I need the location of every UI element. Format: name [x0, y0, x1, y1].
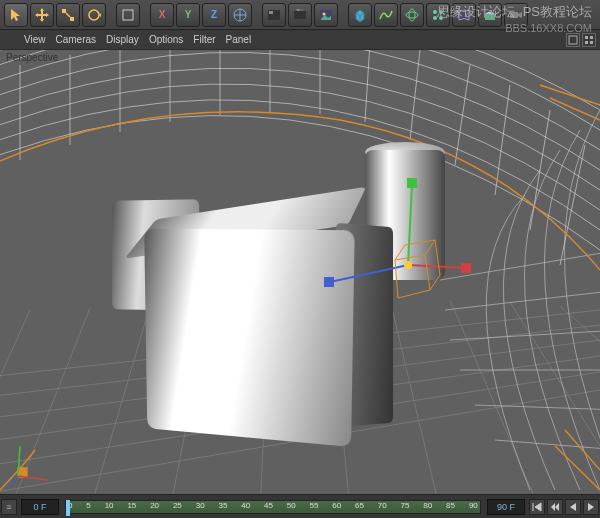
step-back-button[interactable] [547, 499, 563, 515]
svg-rect-6 [269, 11, 273, 14]
svg-rect-3 [123, 10, 133, 20]
world-axis-icon [6, 438, 56, 488]
timeline-menu-icon[interactable]: ≡ [1, 499, 17, 515]
rotate-tool[interactable] [82, 3, 106, 27]
svg-point-32 [404, 261, 412, 269]
coord-system[interactable] [228, 3, 252, 27]
menu-filter[interactable]: Filter [193, 34, 215, 45]
timeline-ticks: 05 1015 2025 3035 4045 5055 6065 7075 80… [66, 501, 480, 513]
svg-rect-7 [294, 11, 306, 19]
menu-display[interactable]: Display [106, 34, 139, 45]
watermark: 思缘设计论坛 PS教程论坛 BBS.16XX8.COM [437, 4, 592, 35]
timeline-start-frame[interactable]: 0 F [21, 499, 59, 515]
svg-rect-30 [407, 178, 417, 188]
svg-rect-29 [461, 263, 471, 273]
menu-options[interactable]: Options [149, 34, 183, 45]
svg-rect-21 [585, 36, 588, 39]
timeline-track[interactable]: 05 1015 2025 3035 4045 5055 6065 7075 80… [65, 500, 481, 514]
svg-point-13 [409, 9, 415, 21]
play-back-button[interactable] [565, 499, 581, 515]
axis-z[interactable]: Z [202, 3, 226, 27]
svg-point-2 [89, 10, 99, 20]
picture-viewer[interactable] [314, 3, 338, 27]
timeline-end-frame[interactable]: 90 F [487, 499, 525, 515]
svg-line-26 [408, 265, 465, 268]
play-forward-button[interactable] [583, 499, 599, 515]
transform-gizmo[interactable] [0, 50, 600, 494]
last-tool[interactable] [116, 3, 140, 27]
move-tool[interactable] [30, 3, 54, 27]
add-spline[interactable] [374, 3, 398, 27]
svg-rect-0 [62, 9, 66, 13]
scale-tool[interactable] [56, 3, 80, 27]
axis-x[interactable]: X [150, 3, 174, 27]
svg-rect-20 [569, 36, 577, 44]
render-view[interactable] [288, 3, 312, 27]
goto-start-button[interactable] [529, 499, 545, 515]
viewport-label: Perspective [6, 52, 58, 63]
svg-line-27 [408, 185, 412, 265]
timeline: ≡ 0 F 05 1015 2025 3035 4045 5055 6065 7… [0, 494, 600, 518]
viewport[interactable]: Perspective [0, 50, 600, 494]
svg-rect-24 [590, 41, 593, 44]
timeline-playhead[interactable] [66, 500, 70, 516]
menu-panel[interactable]: Panel [226, 34, 252, 45]
svg-rect-22 [590, 36, 593, 39]
svg-line-34 [18, 446, 20, 476]
add-cube[interactable] [348, 3, 372, 27]
menu-view[interactable]: View [24, 34, 46, 45]
svg-point-12 [406, 12, 418, 18]
render-region[interactable] [262, 3, 286, 27]
svg-line-33 [18, 476, 48, 480]
axis-y[interactable]: Y [176, 3, 200, 27]
svg-rect-1 [70, 17, 74, 21]
svg-rect-31 [324, 277, 334, 287]
svg-line-35 [8, 476, 18, 486]
svg-rect-23 [585, 41, 588, 44]
menu-cameras[interactable]: Cameras [56, 34, 97, 45]
select-tool[interactable] [4, 3, 28, 27]
add-nurbs[interactable] [400, 3, 424, 27]
